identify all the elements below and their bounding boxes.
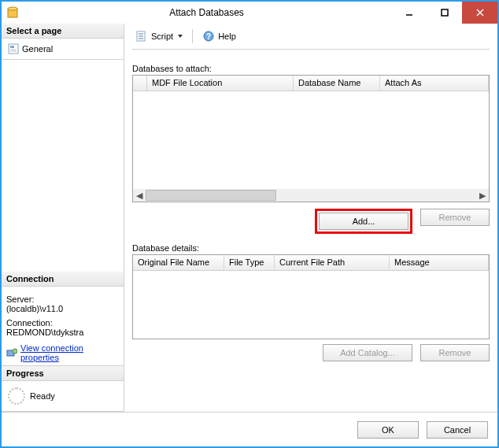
horizontal-scrollbar[interactable]: ◀ ▶ — [133, 189, 489, 202]
view-connection-properties-link[interactable]: View connection properties — [20, 343, 119, 362]
left-pane: Select a page General Connection Server:… — [2, 24, 124, 412]
help-label: Help — [218, 31, 236, 41]
script-button[interactable]: Script — [132, 28, 186, 44]
server-value: (localdb)\v11.0 — [6, 304, 119, 313]
scroll-right-icon[interactable]: ▶ — [476, 189, 489, 202]
connection-value: REDMOND\tdykstra — [6, 328, 119, 337]
svg-rect-7 — [10, 46, 14, 48]
progress-header: Progress — [2, 366, 124, 381]
progress-status: Ready — [30, 391, 55, 401]
remove-button[interactable]: Remove — [420, 209, 490, 226]
titlebar: Attach Databases — [2, 2, 497, 24]
remove-detail-button[interactable]: Remove — [420, 344, 490, 361]
databases-to-attach-grid[interactable]: MDF File Location Database Name Attach A… — [132, 75, 490, 202]
database-details-label: Database details: — [132, 243, 490, 253]
window-title: Attach Databases — [22, 7, 391, 18]
ok-button[interactable]: OK — [357, 421, 419, 439]
help-icon: ? — [202, 30, 215, 43]
progress-spinner-icon — [8, 387, 25, 405]
col-original-file-name[interactable]: Original File Name — [133, 255, 224, 270]
chevron-down-icon — [178, 35, 183, 38]
connection-label: Connection: — [6, 318, 119, 328]
connection-header: Connection — [2, 272, 124, 287]
scroll-left-icon[interactable]: ◀ — [133, 189, 146, 202]
page-icon — [8, 43, 19, 54]
add-button[interactable]: Add... — [319, 213, 408, 230]
minimize-button[interactable] — [391, 2, 427, 24]
maximize-button[interactable] — [427, 2, 462, 24]
col-mdf-file-location[interactable]: MDF File Location — [147, 76, 294, 91]
add-catalog-button[interactable]: Add Catalog... — [323, 344, 412, 361]
col-attach-as[interactable]: Attach As — [380, 76, 489, 91]
svg-point-11 — [13, 349, 17, 354]
databases-to-attach-label: Databases to attach: — [132, 64, 490, 73]
database-details-grid[interactable]: Original File Name File Type Current Fil… — [132, 254, 490, 339]
page-item-label: General — [22, 44, 53, 54]
right-pane: Script ? Help Databases to attach: MDF F… — [124, 24, 497, 412]
toolbar: Script ? Help — [132, 28, 490, 50]
row-header-col — [133, 76, 147, 91]
col-message[interactable]: Message — [390, 255, 489, 270]
script-label: Script — [151, 31, 173, 41]
app-icon — [6, 6, 19, 19]
col-current-file-path[interactable]: Current File Path — [275, 255, 390, 270]
col-file-type[interactable]: File Type — [224, 255, 275, 270]
cancel-button[interactable]: Cancel — [427, 421, 488, 439]
connection-icon — [6, 347, 17, 358]
add-button-highlight: Add... — [315, 209, 412, 234]
page-item-general[interactable]: General — [6, 42, 119, 56]
toolbar-separator — [192, 29, 193, 43]
svg-point-1 — [8, 7, 17, 10]
col-database-name[interactable]: Database Name — [294, 76, 380, 91]
svg-text:?: ? — [206, 32, 211, 41]
select-page-header: Select a page — [2, 24, 124, 39]
svg-rect-6 — [9, 44, 18, 54]
help-button[interactable]: ? Help — [199, 28, 239, 44]
scroll-thumb[interactable] — [146, 190, 276, 201]
close-button[interactable] — [462, 2, 497, 24]
server-label: Server: — [6, 294, 119, 304]
script-icon — [135, 30, 148, 43]
footer: OK Cancel — [2, 412, 497, 446]
svg-rect-3 — [442, 9, 448, 16]
